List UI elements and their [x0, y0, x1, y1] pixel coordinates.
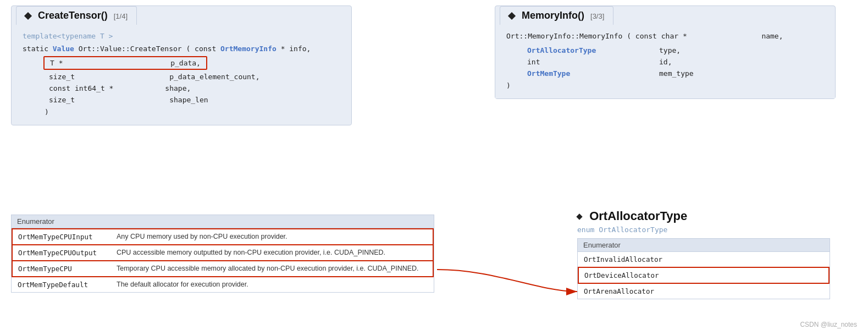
param-name-2: shape, [165, 84, 191, 92]
allocator-inner: Enumerator OrtInvalidAllocator OrtDevice… [577, 238, 830, 299]
param-row-2: const int64_t * shape, [43, 83, 196, 94]
main-container: CreateTensor() [1/4] template<typename T… [0, 0, 868, 335]
param-row-highlighted: T * p_data, [43, 56, 207, 70]
alloc-row-1: OrtDeviceAllocator [578, 267, 829, 283]
memory-param-type-2: OrtMemType [527, 69, 626, 78]
function-sig-end: * info, [281, 45, 311, 53]
ort-memory-info-type: OrtMemoryInfo [220, 45, 277, 53]
param-row-1: size_t p_data_element_count, [43, 71, 266, 83]
allocator-title-text: OrtAllocatorType [589, 209, 687, 223]
param-row-3: size_t shape_len [43, 94, 214, 106]
param-type-1: size_t [49, 73, 165, 81]
return-type: Value [53, 45, 74, 53]
alloc-name-0: OrtInvalidAllocator [578, 252, 829, 267]
memory-params: OrtAllocatorType type, int id, OrtMemTyp… [527, 45, 824, 79]
function-name: Ort::Value::CreateTensor ( const [79, 45, 220, 53]
memory-param-row-1: int id, [527, 56, 824, 68]
panel-enumerator: Enumerator OrtMemTypeCPUInput Any CPU me… [11, 215, 434, 293]
watermark: CSDN @liuz_notes [800, 321, 857, 328]
enum-name-3: OrtMemTypeDefault [12, 277, 111, 292]
enum-desc-1: CPU accessible memory outputted by non-C… [111, 245, 433, 261]
param-name-0: p_data, [170, 59, 201, 67]
create-tensor-closing: ) [45, 108, 340, 116]
create-tensor-tab-index: [1/4] [114, 12, 128, 20]
memory-param-row-0: OrtAllocatorType type, [527, 45, 824, 56]
panel-allocator: OrtAllocatorType enum OrtAllocatorType E… [577, 209, 830, 299]
panel-create-tensor: CreateTensor() [1/4] template<typename T… [11, 6, 352, 125]
memory-param-row-2: OrtMemType mem_type [527, 68, 824, 79]
enum-name-2: OrtMemTypeCPU [12, 261, 111, 277]
memory-info-sig-text: Ort::MemoryInfo::MemoryInfo ( const char… [506, 32, 687, 40]
param-name-1: p_data_element_count, [169, 73, 259, 81]
alloc-name-1: OrtDeviceAllocator [578, 267, 829, 283]
enum-name-1: OrtMemTypeCPUOutput [12, 245, 111, 261]
enum-name-0: OrtMemTypeCPUInput [12, 229, 111, 245]
alloc-row-0: OrtInvalidAllocator [578, 252, 829, 267]
memory-param-name-2: mem_type [659, 69, 694, 78]
diamond-bullet-icon [24, 12, 32, 20]
allocator-subtitle: enum OrtAllocatorType [577, 226, 830, 234]
param-name-3: shape_len [169, 96, 208, 104]
alloc-name-2: OrtArenaAllocator [578, 283, 829, 299]
panel-memory-info: MemoryInfo() [3/3] Ort::MemoryInfo::Memo… [495, 6, 836, 99]
create-tensor-tab[interactable]: CreateTensor() [1/4] [16, 6, 137, 25]
enumerator-header: Enumerator [12, 215, 434, 228]
memory-info-tab-row: MemoryInfo() [3/3] [495, 6, 835, 24]
enum-desc-2: Temporary CPU accessible memory allocate… [111, 261, 433, 277]
memory-param-type-0: OrtAllocatorType [527, 46, 626, 54]
param-type-3: size_t [49, 96, 165, 104]
enum-desc-0: Any CPU memory used by non-CPU execution… [111, 229, 433, 245]
params-section: T * p_data, size_t p_data_element_count,… [43, 56, 340, 106]
enum-row-1: OrtMemTypeCPUOutput CPU accessible memor… [12, 245, 433, 261]
enum-row-3: OrtMemTypeDefault The default allocator … [12, 277, 433, 292]
allocator-title: OrtAllocatorType [577, 209, 830, 223]
memory-param-type-1: int [527, 58, 626, 66]
enum-row-0: OrtMemTypeCPUInput Any CPU memory used b… [12, 229, 433, 245]
allocator-enum-table: OrtInvalidAllocator OrtDeviceAllocator O… [578, 252, 830, 299]
memory-info-content: Ort::MemoryInfo::MemoryInfo ( const char… [495, 24, 835, 98]
param-type-2: const int64_t * [49, 84, 161, 92]
enum-desc-3: The default allocator for execution prov… [111, 277, 433, 292]
memory-info-name-param: name, [761, 32, 783, 40]
memory-info-tab-index: [3/3] [590, 12, 604, 20]
panel-tab-row: CreateTensor() [1/4] [12, 6, 351, 24]
alloc-row-2: OrtArenaAllocator [578, 283, 829, 299]
diamond-bullet-icon-2 [508, 12, 516, 20]
memory-param-name-1: id, [659, 58, 672, 66]
memory-info-sig: Ort::MemoryInfo::MemoryInfo ( const char… [506, 32, 824, 40]
create-tensor-content: template<typename T > static Value Ort::… [12, 24, 351, 125]
memory-info-tab-label: MemoryInfo() [522, 10, 584, 21]
static-keyword: static [23, 45, 53, 53]
memory-info-tab[interactable]: MemoryInfo() [3/3] [500, 6, 613, 25]
param-type-0: T * [50, 59, 166, 67]
memory-param-name-0: type, [659, 46, 681, 54]
enum-row-2: OrtMemTypeCPU Temporary CPU accessible m… [12, 261, 433, 277]
create-tensor-tab-label: CreateTensor() [38, 10, 108, 21]
allocator-enum-header: Enumerator [578, 239, 830, 252]
memory-info-sig-spacer [692, 32, 758, 40]
memory-info-closing: ) [506, 81, 824, 90]
template-line: template<typename T > [23, 32, 340, 40]
arrow-path [437, 270, 577, 292]
diamond-bullet-icon-3 [576, 214, 582, 220]
enum-table: OrtMemTypeCPUInput Any CPU memory used b… [12, 228, 434, 292]
function-sig: static Value Ort::Value::CreateTensor ( … [23, 45, 340, 53]
